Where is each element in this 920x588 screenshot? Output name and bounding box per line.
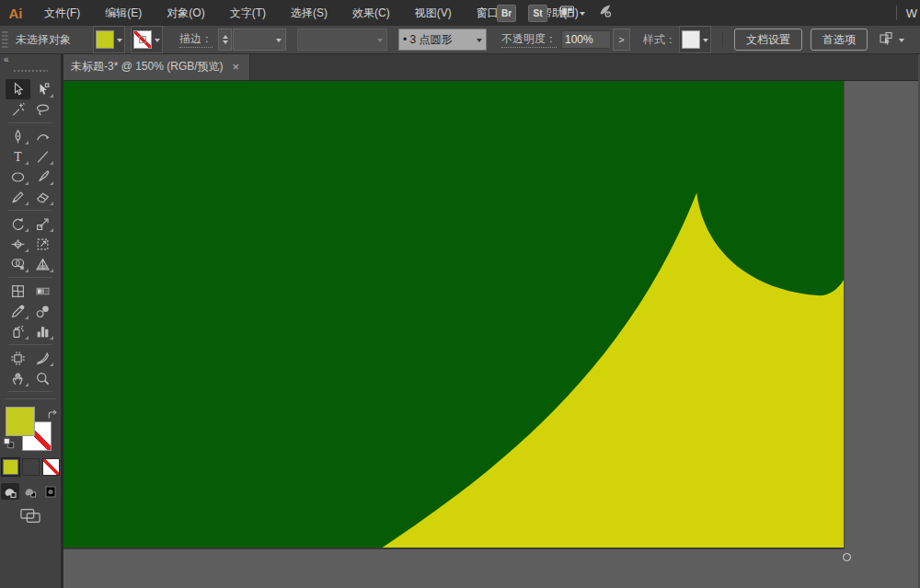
chevron-down-icon	[117, 39, 122, 45]
tool-symbol-sprayer[interactable]	[6, 321, 30, 341]
menu-object[interactable]: 对象(O)	[167, 6, 204, 21]
column-graph-icon	[35, 324, 51, 340]
tool-selection[interactable]	[6, 79, 30, 99]
arrange-documents-button[interactable]	[559, 5, 585, 22]
tool-free-transform[interactable]	[30, 234, 55, 254]
menu-type[interactable]: 文字(T)	[230, 6, 266, 21]
stroke-weight-select[interactable]	[233, 29, 286, 51]
tool-eraser[interactable]	[30, 187, 55, 207]
tool-perspective-grid[interactable]	[30, 254, 55, 274]
divider	[8, 210, 52, 211]
tool-artboard[interactable]	[6, 348, 30, 368]
stroke-frame-icon	[139, 36, 146, 43]
opacity-input[interactable]	[561, 30, 611, 49]
tool-direct-selection[interactable]	[30, 79, 55, 99]
divider	[8, 122, 52, 123]
tool-slice[interactable]	[30, 348, 55, 368]
workspace-label-partial[interactable]: W	[906, 6, 917, 20]
swap-fill-stroke-icon[interactable]	[46, 407, 58, 423]
blend-icon	[35, 304, 51, 319]
opacity-more-button[interactable]: >	[613, 29, 630, 51]
preferences-button[interactable]: 首选项	[811, 29, 868, 51]
document-tab-title: 未标题-3* @ 150% (RGB/预览)	[71, 59, 224, 75]
tool-row	[6, 213, 55, 234]
tool-zoom[interactable]	[30, 368, 55, 388]
drawn-shape[interactable]	[383, 193, 844, 548]
tool-type[interactable]: T	[6, 146, 30, 167]
stroke-color-button[interactable]	[131, 26, 163, 53]
zoom-icon	[35, 371, 51, 386]
color-button[interactable]	[2, 458, 19, 476]
illustrator-window: Ai 文件(F)编辑(E)对象(O)文字(T)选择(S)效果(C)视图(V)窗口…	[0, 0, 920, 588]
tool-paintbrush[interactable]	[30, 167, 55, 187]
document-setup-button[interactable]: 文档设置	[734, 29, 802, 51]
opacity-label[interactable]: 不透明度：	[501, 31, 557, 48]
panel-grip[interactable]	[2, 30, 8, 49]
menu-view[interactable]: 视图(V)	[415, 6, 452, 21]
type-icon: T	[10, 149, 26, 165]
stroke-weight-label[interactable]: 描边：	[179, 31, 213, 48]
screen-mode-button[interactable]	[19, 508, 41, 524]
tool-rotate[interactable]	[6, 213, 30, 234]
tool-blend[interactable]	[30, 301, 55, 321]
divider	[8, 277, 52, 278]
gradient-icon	[35, 283, 51, 299]
tool-line-segment[interactable]	[30, 146, 55, 167]
pasteboard[interactable]	[63, 80, 920, 588]
draw-inside-button	[41, 483, 60, 500]
draw-normal-button[interactable]	[1, 483, 19, 500]
menu-effect[interactable]: 效果(C)	[352, 6, 390, 21]
cursor-panel-button[interactable]	[879, 31, 904, 49]
fill-color-button[interactable]	[93, 26, 125, 53]
tool-scale[interactable]	[30, 213, 55, 234]
tool-ellipse[interactable]	[6, 167, 30, 187]
tool-gradient[interactable]	[30, 281, 55, 301]
appbar-icons: Br St	[497, 0, 613, 26]
collapse-panel-button[interactable]: «	[4, 54, 8, 64]
stroke-weight-stepper[interactable]	[218, 29, 232, 51]
tool-pen[interactable]	[6, 126, 30, 146]
tool-lasso[interactable]	[30, 99, 55, 120]
fill-swatch[interactable]	[6, 407, 35, 436]
rotate-icon	[10, 216, 26, 232]
menu-select[interactable]: 选择(S)	[291, 6, 328, 21]
curvature-icon	[35, 129, 51, 144]
stock-button[interactable]: St	[528, 5, 547, 22]
none-button[interactable]	[42, 458, 60, 476]
tool-shape-builder[interactable]	[6, 254, 30, 274]
tool-curvature[interactable]	[30, 126, 55, 146]
variable-width-select	[297, 29, 387, 51]
tool-column-graph[interactable]	[30, 321, 55, 341]
tool-row	[6, 254, 55, 274]
chevron-down-icon	[899, 39, 904, 45]
tool-row	[6, 167, 55, 187]
default-fill-stroke-icon[interactable]	[3, 436, 15, 453]
menu-file[interactable]: 文件(F)	[44, 6, 80, 21]
draw-behind-button[interactable]	[21, 483, 40, 500]
tool-hand[interactable]	[6, 368, 30, 388]
tool-mesh[interactable]	[6, 281, 30, 301]
style-swatch-button[interactable]	[679, 26, 711, 53]
brush-definition-select[interactable]: • 3 点圆形	[398, 29, 487, 51]
artboard[interactable]	[63, 80, 845, 549]
symbol-sprayer-icon	[10, 324, 26, 340]
eyedropper-icon	[10, 304, 26, 319]
cs-live-icon[interactable]	[597, 4, 613, 22]
divider	[8, 344, 52, 345]
tool-row	[6, 126, 55, 146]
document-tab[interactable]: 未标题-3* @ 150% (RGB/预览) ×	[61, 53, 250, 80]
gradient-button[interactable]	[22, 458, 40, 476]
stroke-color-swatch	[133, 30, 152, 49]
tool-width[interactable]	[6, 234, 30, 254]
close-icon[interactable]: ×	[233, 61, 240, 73]
menu-edit[interactable]: 编辑(E)	[105, 6, 142, 21]
tool-eyedropper[interactable]	[6, 301, 30, 321]
tool-magic-wand[interactable]	[6, 99, 30, 120]
width-icon	[10, 236, 26, 252]
tool-pencil[interactable]	[6, 187, 30, 207]
chevron-down-icon	[155, 39, 160, 45]
bridge-button[interactable]: Br	[497, 5, 516, 22]
panel-grip[interactable]	[13, 69, 48, 74]
artboard-corner-handle[interactable]	[843, 553, 851, 561]
menu-bar: Ai 文件(F)编辑(E)对象(O)文字(T)选择(S)效果(C)视图(V)窗口…	[0, 0, 920, 26]
